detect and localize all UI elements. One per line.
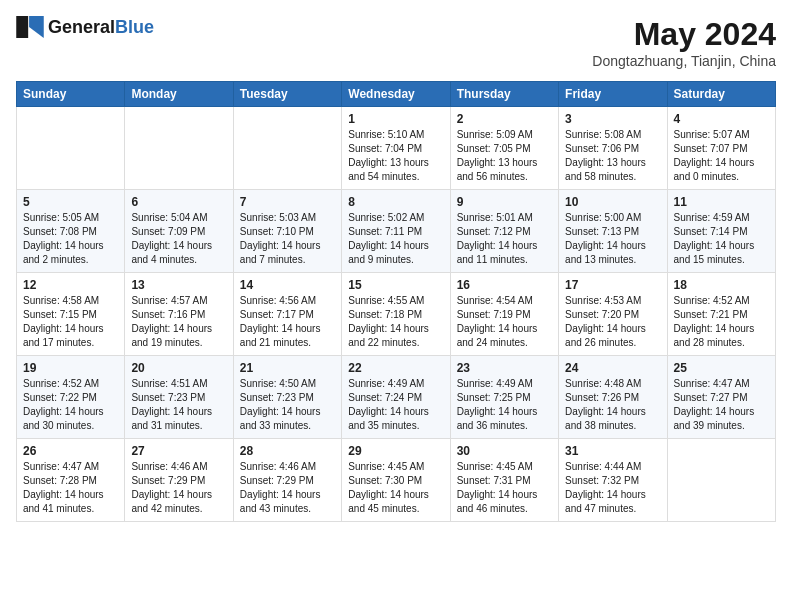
day-info: Sunrise: 4:55 AM Sunset: 7:18 PM Dayligh…: [348, 294, 443, 350]
sunset-label: Sunset: 7:25 PM: [457, 392, 531, 403]
calendar-cell: [667, 439, 775, 522]
sunrise-label: Sunrise: 4:48 AM: [565, 378, 641, 389]
calendar-cell: 24 Sunrise: 4:48 AM Sunset: 7:26 PM Dayl…: [559, 356, 667, 439]
day-number: 27: [131, 444, 226, 458]
weekday-header-row: SundayMondayTuesdayWednesdayThursdayFrid…: [17, 82, 776, 107]
calendar-cell: 26 Sunrise: 4:47 AM Sunset: 7:28 PM Dayl…: [17, 439, 125, 522]
title-block: May 2024 Dongtazhuang, Tianjin, China: [592, 16, 776, 69]
day-info: Sunrise: 5:04 AM Sunset: 7:09 PM Dayligh…: [131, 211, 226, 267]
day-number: 19: [23, 361, 118, 375]
calendar-cell: 27 Sunrise: 4:46 AM Sunset: 7:29 PM Dayl…: [125, 439, 233, 522]
calendar-cell: 4 Sunrise: 5:07 AM Sunset: 7:07 PM Dayli…: [667, 107, 775, 190]
day-info: Sunrise: 4:44 AM Sunset: 7:32 PM Dayligh…: [565, 460, 660, 516]
daylight-label: Daylight: 14 hours and 19 minutes.: [131, 323, 212, 348]
day-number: 22: [348, 361, 443, 375]
calendar-cell: 12 Sunrise: 4:58 AM Sunset: 7:15 PM Dayl…: [17, 273, 125, 356]
sunrise-label: Sunrise: 4:44 AM: [565, 461, 641, 472]
day-info: Sunrise: 4:49 AM Sunset: 7:25 PM Dayligh…: [457, 377, 552, 433]
day-number: 25: [674, 361, 769, 375]
svg-rect-0: [16, 16, 28, 27]
calendar-cell: 18 Sunrise: 4:52 AM Sunset: 7:21 PM Dayl…: [667, 273, 775, 356]
day-number: 16: [457, 278, 552, 292]
sunset-label: Sunset: 7:24 PM: [348, 392, 422, 403]
day-number: 31: [565, 444, 660, 458]
day-info: Sunrise: 5:09 AM Sunset: 7:05 PM Dayligh…: [457, 128, 552, 184]
day-info: Sunrise: 4:56 AM Sunset: 7:17 PM Dayligh…: [240, 294, 335, 350]
day-info: Sunrise: 5:00 AM Sunset: 7:13 PM Dayligh…: [565, 211, 660, 267]
sunrise-label: Sunrise: 5:03 AM: [240, 212, 316, 223]
sunset-label: Sunset: 7:10 PM: [240, 226, 314, 237]
day-number: 13: [131, 278, 226, 292]
day-number: 9: [457, 195, 552, 209]
day-number: 18: [674, 278, 769, 292]
logo-blue-text: Blue: [115, 17, 154, 37]
sunrise-label: Sunrise: 4:49 AM: [457, 378, 533, 389]
sunset-label: Sunset: 7:19 PM: [457, 309, 531, 320]
sunset-label: Sunset: 7:20 PM: [565, 309, 639, 320]
logo-general-text: General: [48, 17, 115, 37]
sunrise-label: Sunrise: 4:51 AM: [131, 378, 207, 389]
daylight-label: Daylight: 14 hours and 38 minutes.: [565, 406, 646, 431]
day-info: Sunrise: 4:58 AM Sunset: 7:15 PM Dayligh…: [23, 294, 118, 350]
sunrise-label: Sunrise: 5:07 AM: [674, 129, 750, 140]
logo: GeneralBlue: [16, 16, 154, 38]
day-number: 29: [348, 444, 443, 458]
daylight-label: Daylight: 14 hours and 42 minutes.: [131, 489, 212, 514]
day-info: Sunrise: 4:52 AM Sunset: 7:21 PM Dayligh…: [674, 294, 769, 350]
day-info: Sunrise: 5:01 AM Sunset: 7:12 PM Dayligh…: [457, 211, 552, 267]
day-number: 7: [240, 195, 335, 209]
weekday-header-saturday: Saturday: [667, 82, 775, 107]
day-number: 2: [457, 112, 552, 126]
sunset-label: Sunset: 7:32 PM: [565, 475, 639, 486]
svg-rect-2: [29, 16, 44, 27]
daylight-label: Daylight: 14 hours and 43 minutes.: [240, 489, 321, 514]
calendar-week-row: 5 Sunrise: 5:05 AM Sunset: 7:08 PM Dayli…: [17, 190, 776, 273]
day-number: 5: [23, 195, 118, 209]
calendar-cell: [233, 107, 341, 190]
sunrise-label: Sunrise: 4:47 AM: [23, 461, 99, 472]
day-number: 6: [131, 195, 226, 209]
page-header: GeneralBlue May 2024 Dongtazhuang, Tianj…: [16, 16, 776, 69]
sunset-label: Sunset: 7:21 PM: [674, 309, 748, 320]
sunrise-label: Sunrise: 4:45 AM: [457, 461, 533, 472]
daylight-label: Daylight: 14 hours and 36 minutes.: [457, 406, 538, 431]
calendar-cell: 19 Sunrise: 4:52 AM Sunset: 7:22 PM Dayl…: [17, 356, 125, 439]
day-number: 21: [240, 361, 335, 375]
sunrise-label: Sunrise: 5:01 AM: [457, 212, 533, 223]
daylight-label: Daylight: 14 hours and 31 minutes.: [131, 406, 212, 431]
calendar-cell: 11 Sunrise: 4:59 AM Sunset: 7:14 PM Dayl…: [667, 190, 775, 273]
calendar-cell: 8 Sunrise: 5:02 AM Sunset: 7:11 PM Dayli…: [342, 190, 450, 273]
day-number: 8: [348, 195, 443, 209]
month-title: May 2024: [592, 16, 776, 53]
sunrise-label: Sunrise: 5:04 AM: [131, 212, 207, 223]
day-number: 24: [565, 361, 660, 375]
sunrise-label: Sunrise: 4:50 AM: [240, 378, 316, 389]
sunrise-label: Sunrise: 4:45 AM: [348, 461, 424, 472]
sunrise-label: Sunrise: 4:57 AM: [131, 295, 207, 306]
calendar-table: SundayMondayTuesdayWednesdayThursdayFrid…: [16, 81, 776, 522]
day-number: 11: [674, 195, 769, 209]
calendar-cell: 30 Sunrise: 4:45 AM Sunset: 7:31 PM Dayl…: [450, 439, 558, 522]
day-info: Sunrise: 4:59 AM Sunset: 7:14 PM Dayligh…: [674, 211, 769, 267]
sunset-label: Sunset: 7:30 PM: [348, 475, 422, 486]
calendar-week-row: 26 Sunrise: 4:47 AM Sunset: 7:28 PM Dayl…: [17, 439, 776, 522]
daylight-label: Daylight: 14 hours and 39 minutes.: [674, 406, 755, 431]
daylight-label: Daylight: 14 hours and 41 minutes.: [23, 489, 104, 514]
sunrise-label: Sunrise: 4:55 AM: [348, 295, 424, 306]
day-info: Sunrise: 4:52 AM Sunset: 7:22 PM Dayligh…: [23, 377, 118, 433]
day-info: Sunrise: 5:02 AM Sunset: 7:11 PM Dayligh…: [348, 211, 443, 267]
sunset-label: Sunset: 7:09 PM: [131, 226, 205, 237]
sunrise-label: Sunrise: 4:56 AM: [240, 295, 316, 306]
day-info: Sunrise: 4:50 AM Sunset: 7:23 PM Dayligh…: [240, 377, 335, 433]
daylight-label: Daylight: 14 hours and 35 minutes.: [348, 406, 429, 431]
day-number: 26: [23, 444, 118, 458]
sunset-label: Sunset: 7:13 PM: [565, 226, 639, 237]
calendar-cell: 16 Sunrise: 4:54 AM Sunset: 7:19 PM Dayl…: [450, 273, 558, 356]
sunrise-label: Sunrise: 5:09 AM: [457, 129, 533, 140]
day-number: 28: [240, 444, 335, 458]
calendar-cell: 21 Sunrise: 4:50 AM Sunset: 7:23 PM Dayl…: [233, 356, 341, 439]
sunrise-label: Sunrise: 4:53 AM: [565, 295, 641, 306]
calendar-cell: 5 Sunrise: 5:05 AM Sunset: 7:08 PM Dayli…: [17, 190, 125, 273]
day-info: Sunrise: 4:51 AM Sunset: 7:23 PM Dayligh…: [131, 377, 226, 433]
day-number: 30: [457, 444, 552, 458]
